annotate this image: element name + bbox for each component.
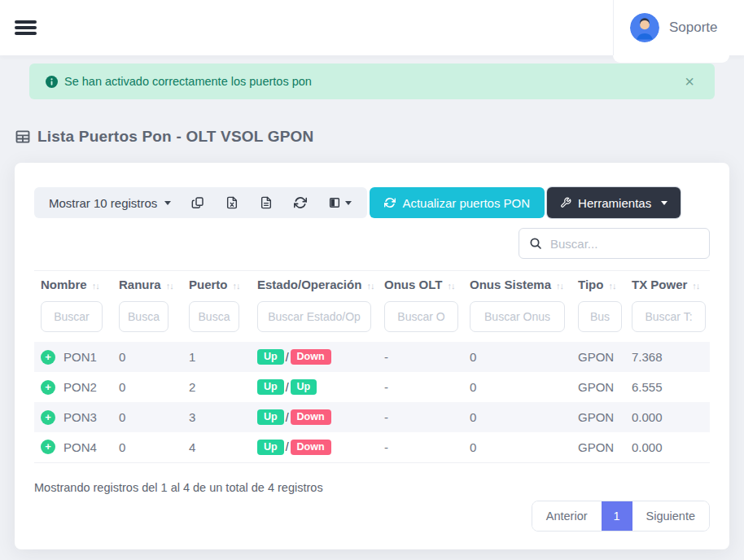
toolbar-left-group: Mostrar 10 registros [34, 187, 367, 218]
cell-onus-olt: - [378, 432, 463, 462]
excel-icon [225, 196, 239, 209]
header-row: Nombre Ranura Puerto Estado/Operación On… [34, 271, 710, 300]
cell-tipo: GPON [571, 372, 625, 402]
cell-nombre: PON1 [63, 350, 97, 364]
chevron-down-icon [164, 201, 171, 205]
cell-onus-olt: - [378, 342, 463, 372]
expand-row-icon[interactable] [41, 350, 55, 365]
badge-separator: / [286, 381, 289, 394]
filter-row [34, 300, 710, 342]
previous-page-button[interactable]: Anterior [532, 501, 602, 531]
table-row: PON1 0 1 Up/Down - 0 GPON 7.368 [34, 342, 710, 372]
current-page-button[interactable]: 1 [602, 501, 632, 531]
column-visibility-button[interactable] [317, 196, 362, 209]
cell-nombre: PON2 [63, 380, 97, 394]
table-card: Mostrar 10 registros [15, 163, 729, 549]
user-name: Soporte [669, 20, 718, 36]
filter-input-estado[interactable] [257, 301, 371, 332]
sort-icon [608, 281, 615, 291]
cell-onus-sistema: 0 [463, 402, 571, 432]
search-box [519, 228, 710, 259]
pagination: Anterior 1 Siguiente [532, 501, 710, 532]
cell-onus-sistema: 0 [463, 342, 571, 372]
column-header-puerto[interactable]: Puerto [182, 271, 251, 300]
export-excel-button[interactable] [215, 196, 249, 209]
table-row: PON2 0 2 Up/Up - 0 GPON 6.555 [34, 372, 710, 402]
column-header-tx-power[interactable]: TX Power [625, 271, 710, 300]
table-icon [15, 129, 31, 145]
avatar [630, 13, 659, 42]
search-input[interactable] [550, 237, 699, 251]
column-header-nombre[interactable]: Nombre [34, 271, 112, 300]
close-icon[interactable] [681, 73, 698, 90]
sort-icon [366, 281, 374, 291]
cell-ranura: 0 [112, 402, 182, 432]
cell-tipo: GPON [571, 342, 625, 372]
cell-tx-power: 0.000 [625, 432, 710, 462]
info-icon [46, 76, 58, 88]
tools-dropdown-button[interactable]: Herramientas [547, 187, 681, 218]
update-pon-ports-button[interactable]: Actualizar puertos PON [370, 187, 545, 218]
cell-tx-power: 7.368 [625, 342, 710, 372]
sort-icon [233, 281, 240, 291]
cell-tx-power: 0.000 [625, 402, 710, 432]
chevron-down-icon [661, 201, 667, 205]
alert-message: Se han activado correctamente los puerto… [64, 75, 312, 88]
user-menu[interactable]: Soporte [613, 0, 729, 55]
table-toolbar: Mostrar 10 registros [34, 187, 710, 218]
cell-tx-power: 6.555 [625, 372, 710, 402]
page-title-text: Lista Puertos Pon - OLT VSOL GPON [37, 128, 314, 146]
pagination-row: Anterior 1 Siguiente [34, 501, 710, 532]
cell-onus-olt: - [378, 402, 463, 432]
refresh-icon [384, 197, 396, 208]
cell-ranura: 0 [112, 372, 182, 402]
expand-row-icon[interactable] [41, 380, 55, 395]
operation-badge: Down [291, 440, 331, 455]
search-icon [529, 237, 542, 250]
status-badge: Up [257, 440, 284, 455]
filter-input-onus-sistema[interactable] [470, 301, 565, 332]
cell-ranura: 0 [112, 342, 182, 372]
column-header-ranura[interactable]: Ranura [112, 271, 182, 300]
pon-ports-table: Nombre Ranura Puerto Estado/Operación On… [34, 270, 710, 463]
cell-tipo: GPON [571, 402, 625, 432]
filter-input-ranura[interactable] [119, 301, 168, 332]
operation-badge: Down [291, 409, 331, 425]
filter-input-tx-power[interactable] [632, 301, 706, 332]
column-header-tipo[interactable]: Tipo [571, 271, 625, 300]
column-header-estado[interactable]: Estado/Operación [251, 271, 378, 300]
next-page-button[interactable]: Siguiente [632, 501, 709, 531]
table-info: Mostrando registros del 1 al 4 de un tot… [34, 481, 710, 494]
search-row [34, 228, 710, 259]
status-badge: Up [257, 349, 284, 365]
operation-badge: Up [291, 379, 317, 395]
column-header-onus-olt[interactable]: Onus OLT [378, 271, 463, 300]
table-row: PON4 0 4 Up/Down - 0 GPON 0.000 [34, 432, 710, 462]
file-text-icon [260, 196, 273, 209]
chevron-down-icon [345, 201, 352, 205]
expand-row-icon[interactable] [41, 440, 55, 454]
table-row: PON3 0 3 Up/Down - 0 GPON 0.000 [34, 402, 710, 432]
menu-toggle-icon[interactable] [15, 15, 39, 41]
filter-input-tipo[interactable] [578, 301, 622, 332]
cell-tipo: GPON [571, 432, 625, 462]
success-alert: Se han activado correctamente los puerto… [29, 63, 715, 99]
status-badge: Up [257, 409, 284, 425]
export-file-button[interactable] [249, 196, 283, 209]
filter-input-nombre[interactable] [41, 301, 103, 332]
badge-separator: / [286, 351, 289, 364]
sort-icon [692, 281, 699, 291]
filter-input-onus-olt[interactable] [384, 301, 458, 332]
reload-table-button[interactable] [283, 196, 317, 209]
badge-separator: / [286, 411, 289, 424]
page-length-select[interactable]: Mostrar 10 registros [39, 196, 181, 210]
status-badge: Up [257, 379, 284, 395]
copy-button[interactable] [181, 196, 215, 209]
cell-nombre: PON4 [63, 440, 97, 454]
expand-row-icon[interactable] [41, 410, 55, 425]
cell-nombre: PON3 [63, 410, 97, 424]
cell-puerto: 2 [182, 372, 251, 402]
column-header-onus-sistema[interactable]: Onus Sistema [463, 271, 571, 300]
refresh-icon [294, 196, 307, 209]
filter-input-puerto[interactable] [189, 301, 239, 332]
